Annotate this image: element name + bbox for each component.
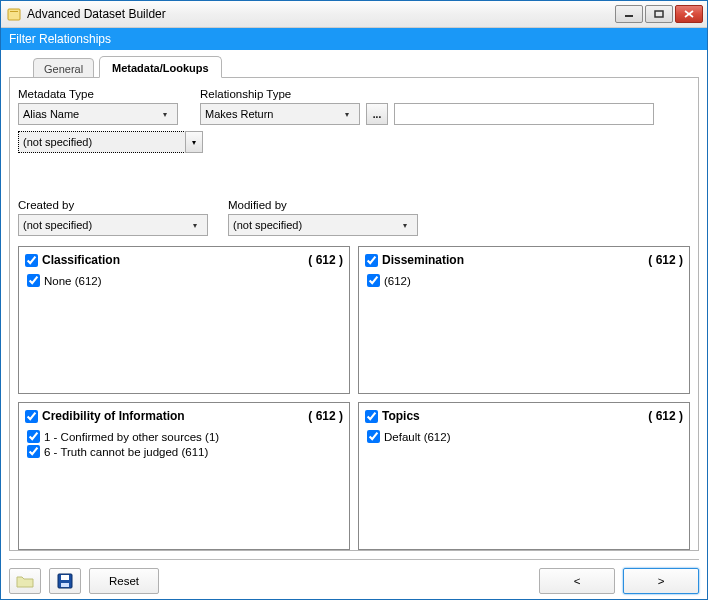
window-controls (615, 5, 707, 23)
credibility-count: ( 612 ) (308, 409, 343, 423)
relationship-type-browse-button[interactable]: ... (366, 103, 388, 125)
content-area: General Metadata/Lookups Metadata Type A… (1, 50, 707, 559)
topics-item-label: Default (612) (384, 431, 450, 443)
topics-item-checkbox[interactable] (367, 430, 380, 443)
tab-strip: General Metadata/Lookups (9, 54, 699, 78)
metadata-type-value: Alias Name (23, 108, 157, 120)
save-icon (57, 573, 73, 589)
topics-title: Topics (382, 409, 420, 423)
svg-rect-3 (655, 11, 663, 17)
svg-rect-7 (61, 575, 69, 580)
reset-button[interactable]: Reset (89, 568, 159, 594)
maximize-button[interactable] (645, 5, 673, 23)
list-item: 1 - Confirmed by other sources (1) (27, 430, 343, 443)
tab-metadata-lookups[interactable]: Metadata/Lookups (99, 56, 222, 78)
created-by-label: Created by (18, 199, 208, 211)
row-top: Metadata Type Alias Name ▾ (not specifie… (18, 88, 690, 153)
group-dissemination: Dissemination ( 612 ) (612) (358, 246, 690, 394)
created-by-value: (not specified) (23, 219, 187, 231)
save-button[interactable] (49, 568, 81, 594)
credibility-item-label: 1 - Confirmed by other sources (1) (44, 431, 219, 443)
metadata-secondary-select[interactable]: (not specified) ▾ (18, 131, 203, 153)
svg-rect-8 (61, 583, 69, 587)
open-folder-button[interactable] (9, 568, 41, 594)
credibility-toggle-checkbox[interactable] (25, 410, 38, 423)
chevron-down-icon: ▾ (185, 131, 203, 153)
relationship-free-text-input[interactable] (394, 103, 654, 125)
minimize-button[interactable] (615, 5, 643, 23)
group-grid: Classification ( 612 ) None (612) (18, 246, 690, 550)
next-button[interactable]: > (623, 568, 699, 594)
relationship-type-select[interactable]: Makes Return ▾ (200, 103, 360, 125)
app-icon (7, 7, 21, 21)
chevron-down-icon: ▾ (187, 221, 203, 230)
topics-toggle-checkbox[interactable] (365, 410, 378, 423)
list-item: Default (612) (367, 430, 683, 443)
list-item: (612) (367, 274, 683, 287)
modified-by-select[interactable]: (not specified) ▾ (228, 214, 418, 236)
credibility-title: Credibility of Information (42, 409, 185, 423)
chevron-down-icon: ▾ (397, 221, 413, 230)
app-window: Advanced Dataset Builder Filter Relation… (0, 0, 708, 600)
title-bar: Advanced Dataset Builder (1, 1, 707, 28)
topics-count: ( 612 ) (648, 409, 683, 423)
modified-by-value: (not specified) (233, 219, 397, 231)
chevron-down-icon: ▾ (339, 110, 355, 119)
close-button[interactable] (675, 5, 703, 23)
dissemination-item-label: (612) (384, 275, 411, 287)
svg-rect-0 (8, 9, 20, 20)
dissemination-count: ( 612 ) (648, 253, 683, 267)
svg-rect-1 (10, 11, 18, 12)
metadata-secondary-value: (not specified) (18, 131, 186, 153)
chevron-down-icon: ▾ (157, 110, 173, 119)
prev-button[interactable]: < (539, 568, 615, 594)
credibility-item-label: 6 - Truth cannot be judged (611) (44, 446, 208, 458)
metadata-type-select[interactable]: Alias Name ▾ (18, 103, 178, 125)
credibility-item-checkbox[interactable] (27, 445, 40, 458)
classification-title: Classification (42, 253, 120, 267)
metadata-type-label: Metadata Type (18, 88, 188, 100)
footer-bar: Reset < > (1, 560, 707, 600)
tab-general[interactable]: General (33, 58, 94, 78)
group-classification: Classification ( 612 ) None (612) (18, 246, 350, 394)
dissemination-title: Dissemination (382, 253, 464, 267)
relationship-type-label: Relationship Type (200, 88, 654, 100)
header-strip: Filter Relationships (1, 28, 707, 50)
group-topics: Topics ( 612 ) Default (612) (358, 402, 690, 550)
svg-rect-2 (625, 15, 633, 17)
folder-icon (16, 574, 34, 588)
dissemination-item-checkbox[interactable] (367, 274, 380, 287)
classification-item-checkbox[interactable] (27, 274, 40, 287)
group-credibility: Credibility of Information ( 612 ) 1 - C… (18, 402, 350, 550)
classification-item-label: None (612) (44, 275, 102, 287)
created-by-select[interactable]: (not specified) ▾ (18, 214, 208, 236)
list-item: None (612) (27, 274, 343, 287)
modified-by-label: Modified by (228, 199, 418, 211)
window-title: Advanced Dataset Builder (27, 7, 615, 21)
credibility-item-checkbox[interactable] (27, 430, 40, 443)
dissemination-toggle-checkbox[interactable] (365, 254, 378, 267)
classification-toggle-checkbox[interactable] (25, 254, 38, 267)
classification-count: ( 612 ) (308, 253, 343, 267)
relationship-type-value: Makes Return (205, 108, 339, 120)
list-item: 6 - Truth cannot be judged (611) (27, 445, 343, 458)
row-created-modified: Created by (not specified) ▾ Modified by… (18, 199, 690, 236)
tab-panel: Metadata Type Alias Name ▾ (not specifie… (9, 77, 699, 551)
